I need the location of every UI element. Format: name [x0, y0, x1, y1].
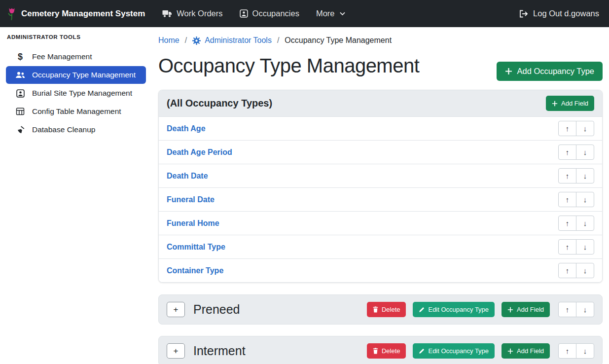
- add-field-button[interactable]: Add Field: [502, 302, 550, 317]
- field-link[interactable]: Funeral Home: [167, 219, 219, 228]
- dollar-icon: $: [15, 52, 26, 61]
- expand-button[interactable]: +: [167, 302, 185, 317]
- field-link[interactable]: Death Age: [167, 124, 206, 133]
- sidebar-item-label: Fee Management: [32, 52, 92, 61]
- field-link[interactable]: Committal Type: [167, 243, 225, 252]
- card-title: (All Occupancy Types): [167, 98, 272, 109]
- nav-occupancies[interactable]: Occupancies: [231, 0, 308, 27]
- add-field-button[interactable]: Add Field: [546, 96, 594, 111]
- move-up-button[interactable]: ↑: [558, 145, 576, 160]
- arrow-up-icon: ↑: [566, 124, 570, 133]
- field-link[interactable]: Death Age Period: [167, 148, 232, 157]
- logout-button[interactable]: Log Out d.gowans: [516, 9, 602, 18]
- reorder-group: ↑ ↓: [558, 145, 594, 160]
- arrow-up-icon: ↑: [566, 219, 570, 227]
- sidebar-item-label: Config Table Management: [32, 107, 121, 116]
- add-occupancy-type-button[interactable]: Add Occupancy Type: [497, 62, 603, 81]
- breadcrumb: Home / Administrator Tools / Occupa: [158, 36, 603, 45]
- move-up-button[interactable]: ↑: [558, 343, 576, 359]
- field-link[interactable]: Death Date: [167, 172, 208, 181]
- reorder-group: ↑ ↓: [558, 239, 594, 255]
- edit-occupancy-type-button[interactable]: Edit Occupancy Type: [413, 343, 495, 359]
- arrow-down-icon: ↓: [583, 219, 587, 227]
- table-row: Death Date ↑ ↓: [159, 164, 602, 188]
- app-brand[interactable]: Cemetery Management System: [7, 6, 145, 21]
- breadcrumb-home-link[interactable]: Home: [158, 36, 179, 45]
- sidebar-item-database-cleanup[interactable]: Database Cleanup: [6, 121, 146, 139]
- table-row: Death Age ↑ ↓: [159, 117, 602, 141]
- all-occupancy-types-card: (All Occupancy Types) Add Field Death Ag…: [158, 90, 603, 283]
- move-down-button[interactable]: ↓: [576, 192, 594, 207]
- move-up-button[interactable]: ↑: [558, 192, 576, 207]
- arrow-down-icon: ↓: [583, 243, 587, 251]
- table-row: Death Age Period ↑ ↓: [159, 141, 602, 164]
- truck-icon: [162, 9, 172, 18]
- move-up-button[interactable]: ↑: [558, 121, 576, 136]
- button-label: Add Field: [561, 100, 588, 107]
- occupancy-type-section-interment: + Interment Delete Edit Occupancy Type: [158, 336, 603, 364]
- move-down-button[interactable]: ↓: [576, 263, 594, 278]
- move-down-button[interactable]: ↓: [576, 121, 594, 136]
- plus-icon: +: [174, 305, 179, 315]
- arrow-down-icon: ↓: [583, 148, 587, 156]
- arrow-down-icon: ↓: [583, 266, 587, 275]
- sidebar-item-occupancy-type-management[interactable]: Occupancy Type Management: [6, 66, 146, 84]
- sidebar-item-fee-management[interactable]: $ Fee Management: [6, 48, 146, 66]
- move-down-button[interactable]: ↓: [576, 239, 594, 255]
- button-label: Add Occupancy Type: [517, 67, 594, 76]
- button-label: Edit Occupancy Type: [428, 347, 489, 355]
- field-link[interactable]: Container Type: [167, 266, 223, 275]
- reorder-group: ↑ ↓: [558, 263, 594, 278]
- page-header: Occupancy Type Management Add Occupancy …: [158, 55, 603, 90]
- sidebar: ADMINISTRATOR TOOLS $ Fee Management Occ…: [0, 27, 152, 364]
- button-label: Edit Occupancy Type: [428, 306, 489, 313]
- move-down-button[interactable]: ↓: [576, 145, 594, 160]
- sidebar-item-config-table-management[interactable]: Config Table Management: [6, 103, 146, 120]
- page-title: Occupancy Type Management: [158, 55, 419, 77]
- breadcrumb-current: Occupancy Type Management: [285, 36, 392, 45]
- arrow-down-icon: ↓: [583, 305, 587, 314]
- move-down-button[interactable]: ↓: [576, 216, 594, 231]
- sidebar-item-label: Burial Site Type Management: [32, 89, 132, 98]
- move-down-button[interactable]: ↓: [576, 168, 594, 183]
- person-frame-icon: [15, 89, 26, 98]
- delete-button[interactable]: Delete: [367, 343, 406, 359]
- arrow-up-icon: ↑: [566, 148, 570, 156]
- table-icon: [15, 108, 26, 115]
- plus-icon: [507, 348, 513, 354]
- move-down-button[interactable]: ↓: [576, 343, 594, 359]
- table-row: Committal Type ↑ ↓: [159, 235, 602, 259]
- delete-button[interactable]: Delete: [367, 302, 406, 317]
- move-up-button[interactable]: ↑: [558, 302, 576, 317]
- move-down-button[interactable]: ↓: [576, 302, 594, 317]
- gear-icon: [192, 36, 201, 45]
- move-up-button[interactable]: ↑: [558, 168, 576, 183]
- plus-icon: [552, 101, 558, 107]
- add-field-button[interactable]: Add Field: [502, 343, 550, 359]
- nav-work-orders[interactable]: Work Orders: [154, 0, 231, 27]
- pencil-icon: [419, 348, 425, 354]
- reorder-group: ↑ ↓: [558, 302, 594, 317]
- nav-more[interactable]: More: [308, 0, 354, 27]
- arrow-up-icon: ↑: [566, 195, 570, 204]
- table-row: Funeral Date ↑ ↓: [159, 188, 602, 212]
- edit-occupancy-type-button[interactable]: Edit Occupancy Type: [413, 302, 495, 317]
- sidebar-item-burial-site-type-management[interactable]: Burial Site Type Management: [6, 84, 146, 102]
- field-link[interactable]: Funeral Date: [167, 195, 215, 204]
- move-up-button[interactable]: ↑: [558, 239, 576, 255]
- section-title: Interment: [193, 344, 367, 358]
- move-up-button[interactable]: ↑: [558, 263, 576, 278]
- arrow-up-icon: ↑: [566, 243, 570, 251]
- person-frame-icon: [240, 9, 248, 18]
- breadcrumb-admin-tools-link[interactable]: Administrator Tools: [192, 36, 272, 45]
- section-actions: Delete Edit Occupancy Type Add Field ↑: [367, 302, 594, 317]
- top-navbar: Cemetery Management System Work Orders O…: [0, 0, 609, 27]
- button-label: Delete: [382, 306, 400, 313]
- occupancy-type-section-preneed: + Preneed Delete Edit Occupancy Type: [158, 294, 603, 325]
- app-title: Cemetery Management System: [21, 9, 145, 19]
- breadcrumb-label: Administrator Tools: [205, 36, 272, 45]
- expand-button[interactable]: +: [167, 343, 185, 359]
- logout-label: Log Out d.gowans: [533, 9, 599, 18]
- move-up-button[interactable]: ↑: [558, 216, 576, 231]
- breadcrumb-separator: /: [185, 36, 187, 45]
